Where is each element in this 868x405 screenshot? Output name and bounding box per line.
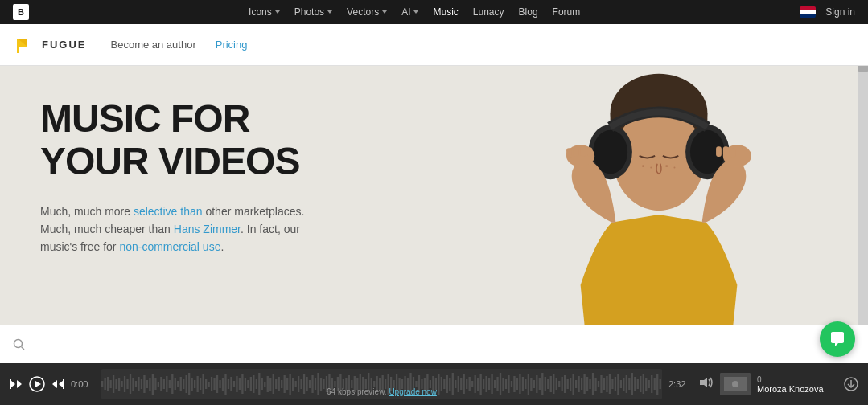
svg-rect-171 [479,374,481,395]
nav-item-vectors[interactable]: Vectors [340,3,393,21]
pricing-link[interactable]: Pricing [216,39,248,51]
svg-rect-93 [261,378,263,390]
svg-rect-204 [572,374,574,395]
svg-rect-189 [530,378,532,391]
svg-rect-52 [146,380,148,388]
svg-rect-192 [539,378,541,390]
svg-rect-191 [536,375,537,393]
svg-rect-206 [578,376,579,392]
svg-point-9 [650,167,652,169]
svg-rect-231 [648,380,650,388]
svg-rect-38 [107,377,109,391]
svg-rect-175 [491,374,492,394]
top-navigation: B Icons Photos Vectors AI Music Lunacy B… [0,0,868,24]
svg-rect-157 [441,377,442,391]
language-flag[interactable] [800,6,816,18]
svg-rect-88 [247,380,249,388]
svg-rect-217 [609,374,611,394]
svg-rect-112 [315,378,316,390]
skip-back-button[interactable] [10,378,23,391]
svg-rect-73 [205,379,207,389]
chat-bubble-button[interactable] [820,321,855,357]
non-commercial-link[interactable]: non-commercial use [119,240,220,253]
svg-rect-36 [101,381,103,387]
svg-rect-49 [138,377,139,391]
play-button[interactable] [29,376,45,392]
svg-rect-103 [289,374,290,395]
svg-rect-80 [224,374,226,395]
svg-rect-202 [567,379,569,389]
svg-rect-208 [583,374,585,394]
svg-rect-99 [278,377,280,391]
player-bar: 0:00 // Generate waveform-like bars - do… [0,363,868,405]
svg-rect-190 [533,380,535,388]
svg-rect-97 [273,374,274,394]
waveform[interactable]: // Generate waveform-like bars - done vi… [101,369,662,399]
svg-rect-167 [469,377,471,391]
hero-subtitle: Much, much more selective than other mar… [40,202,314,256]
svg-rect-84 [236,376,237,392]
svg-rect-178 [500,373,501,395]
svg-rect-220 [617,374,619,395]
svg-rect-193 [541,373,543,395]
svg-rect-133 [373,381,375,387]
svg-rect-234 [656,374,658,395]
selective-link[interactable]: selective [134,205,177,218]
svg-rect-42 [118,378,120,391]
svg-rect-63 [177,381,179,387]
svg-rect-53 [149,378,150,391]
than-link[interactable]: than [180,205,202,218]
hero-image [450,66,868,363]
svg-marker-236 [700,378,707,387]
svg-rect-216 [606,376,607,392]
svg-rect-158 [443,379,445,389]
nav-item-lunacy[interactable]: Lunacy [467,3,511,21]
nav-item-blog[interactable]: Blog [512,3,545,21]
svg-rect-62 [175,378,176,390]
scrollbar[interactable] [858,24,868,363]
svg-rect-82 [230,377,232,391]
logo[interactable]: FUGUE [16,35,87,55]
svg-rect-187 [525,379,526,389]
sign-in-button[interactable]: Sign in [825,6,855,18]
chevron-icon [275,10,280,14]
svg-rect-75 [211,377,212,391]
svg-rect-211 [592,373,594,395]
track-name: Moroza Knozova [757,384,837,394]
svg-rect-47 [132,378,134,391]
svg-rect-209 [586,377,588,391]
svg-rect-165 [463,374,465,394]
svg-rect-214 [600,375,602,393]
svg-rect-44 [124,376,125,392]
nav-item-ai[interactable]: AI [395,3,425,21]
download-button[interactable] [844,377,858,391]
svg-rect-48 [135,381,137,387]
brand-icon[interactable]: B [13,4,29,20]
nav-item-music[interactable]: Music [426,3,464,21]
search-input[interactable] [32,338,855,351]
svg-rect-111 [311,375,313,393]
chevron-icon [413,10,418,14]
svg-rect-160 [449,378,450,391]
second-nav-links: Become an author Pricing [111,39,248,51]
svg-rect-91 [256,379,257,389]
svg-rect-114 [320,378,322,391]
become-author-link[interactable]: Become an author [111,39,196,51]
upgrade-link[interactable]: Upgrade now [389,387,436,396]
nav-item-forum[interactable]: Forum [546,3,587,21]
hans-zimmer-link[interactable]: Hans Zimmer [174,223,241,235]
svg-rect-41 [115,379,117,389]
svg-rect-67 [188,373,190,395]
volume-button[interactable] [699,376,714,392]
svg-rect-51 [143,375,145,393]
skip-forward-button[interactable] [51,378,64,391]
svg-rect-30 [10,379,12,389]
nav-item-photos[interactable]: Photos [288,3,339,21]
svg-rect-184 [516,378,518,390]
svg-rect-37 [104,378,105,390]
svg-rect-66 [186,375,187,393]
svg-rect-78 [219,380,220,388]
svg-rect-22 [730,148,736,158]
nav-item-icons[interactable]: Icons [242,3,286,21]
svg-rect-169 [475,375,476,393]
